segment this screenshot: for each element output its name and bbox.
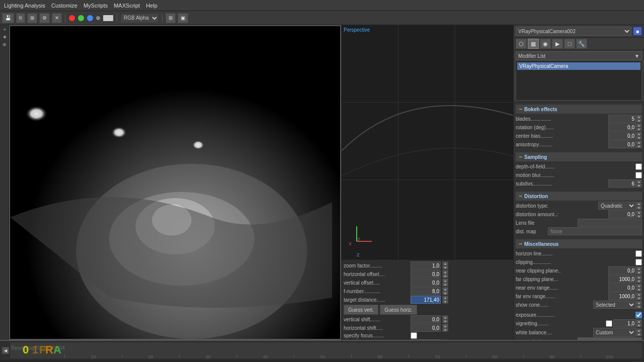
zoom-down[interactable]: ▼ [442, 265, 448, 269]
scone-up[interactable]: ▲ [636, 301, 642, 305]
aniso-down[interactable]: ▼ [636, 144, 642, 148]
damount-down[interactable]: ▼ [636, 214, 642, 218]
vert-shift-input[interactable] [411, 315, 441, 323]
tab-object[interactable]: ⬡ [516, 39, 527, 49]
vshift-down[interactable]: ▼ [442, 319, 448, 323]
tdist-up[interactable]: ▲ [442, 296, 448, 300]
horizon-check[interactable] [635, 250, 642, 257]
fclip-up[interactable]: ▲ [636, 275, 642, 279]
hshift-up[interactable]: ▲ [442, 324, 448, 328]
far-env-input[interactable] [608, 292, 636, 300]
fenv-up[interactable]: ▲ [636, 292, 642, 296]
dtype-up[interactable]: ▲ [636, 202, 642, 206]
paste-button[interactable]: ⊞ [27, 13, 37, 23]
rotation-input[interactable] [608, 123, 636, 131]
cbias-up[interactable]: ▲ [636, 132, 642, 136]
left-btn-1[interactable]: + [1, 27, 8, 32]
camera-color-button[interactable]: ■ [633, 27, 642, 36]
wb-up[interactable]: ▲ [636, 328, 642, 332]
tab-display[interactable]: □ [564, 39, 575, 49]
tab-modifier[interactable]: ▦ [528, 39, 539, 49]
exposure-check[interactable] [635, 312, 642, 318]
fit-button[interactable]: ⊞ [166, 13, 176, 23]
distortion-header[interactable]: − Distortion [516, 192, 642, 201]
vig-down[interactable]: ▼ [636, 323, 642, 327]
save-button[interactable]: 💾 [2, 13, 14, 23]
timeline-ruler[interactable]: 0 1 F R A 10 20 30 40 50 60 70 80 90 100 [10, 342, 642, 358]
rotation-up[interactable]: ▲ [636, 123, 642, 127]
fenv-down[interactable]: ▼ [636, 296, 642, 300]
red-color-circle[interactable] [68, 15, 75, 22]
green-color-circle[interactable] [77, 15, 85, 22]
horiz-offset-input[interactable] [411, 270, 441, 278]
menu-myscripts[interactable]: MyScripts [84, 3, 108, 9]
settings-button[interactable]: ⚙ [39, 13, 50, 23]
anisotropy-input[interactable] [608, 140, 636, 148]
menu-customize[interactable]: Customize [51, 3, 77, 9]
misc-header[interactable]: − Miscellaneous [516, 239, 642, 248]
channel-button[interactable]: ▣ [178, 13, 188, 23]
fnumber-down[interactable]: ▼ [442, 291, 448, 295]
aniso-up[interactable]: ▲ [636, 140, 642, 144]
menu-lighting[interactable]: Lighting Analysis [4, 3, 45, 9]
motion-blur-check[interactable] [635, 172, 642, 178]
near-clip-input[interactable] [608, 266, 636, 275]
scone-down[interactable]: ▼ [636, 305, 642, 309]
tab-hierarchy[interactable]: ◉ [540, 39, 551, 49]
vig-up[interactable]: ▲ [636, 319, 642, 323]
color-mode-select[interactable]: RGB Alpha [120, 13, 159, 23]
specify-focus-check[interactable] [411, 332, 417, 339]
white-balance-select[interactable]: Custom Daylight D65 [593, 328, 636, 337]
bokeh-header[interactable]: − Bokeh effects [516, 105, 642, 114]
damount-up[interactable]: ▲ [636, 210, 642, 214]
sampling-header[interactable]: − Sampling [516, 152, 642, 161]
hoffset-down[interactable]: ▼ [442, 274, 448, 278]
subdivs-up[interactable]: ▲ [636, 179, 642, 184]
rotation-down[interactable]: ▼ [636, 127, 642, 131]
copy-button[interactable]: ⎘ [16, 13, 25, 23]
guess-horiz-button[interactable]: Guess horiz. [380, 305, 417, 315]
voffset-up[interactable]: ▲ [442, 279, 448, 283]
cbias-down[interactable]: ▼ [636, 136, 642, 140]
modifier-item-vray[interactable]: VRayPhysicalCamera [517, 62, 640, 70]
subdivs-input[interactable] [608, 179, 636, 188]
fnumber-input[interactable] [411, 287, 441, 295]
vignetting-check[interactable] [606, 320, 612, 327]
timeline-prev[interactable]: ◀ [2, 347, 9, 354]
gray-color-circle[interactable] [96, 16, 101, 21]
white-rect[interactable] [103, 15, 114, 22]
nenv-down[interactable]: ▼ [636, 288, 642, 292]
dist-map-box[interactable]: None [548, 227, 642, 235]
vert-offset-input[interactable] [411, 279, 441, 287]
blades-down[interactable]: ▼ [636, 119, 642, 123]
menu-maxscript[interactable]: MAXScript [114, 3, 140, 9]
subdivs-down[interactable]: ▼ [636, 184, 642, 188]
modifier-list-header[interactable]: Modifier List ▼ [516, 51, 642, 60]
left-btn-2[interactable]: ◈ [1, 33, 8, 40]
dist-type-select[interactable]: Quadratic Cubic Lens File [598, 202, 636, 210]
center-bias-input[interactable] [608, 132, 636, 140]
nclip-down[interactable]: ▼ [636, 270, 642, 275]
wb-down[interactable]: ▼ [636, 332, 642, 336]
zoom-up[interactable]: ▲ [442, 261, 448, 265]
blades-input[interactable] [608, 115, 636, 123]
left-btn-3[interactable]: ⊕ [1, 42, 8, 48]
camera-select[interactable]: VRayPhysicalCamera002 [516, 27, 631, 36]
hshift-down[interactable]: ▼ [442, 328, 448, 332]
viewport-grid[interactable]: Perspective Z Z X [342, 25, 513, 259]
guess-vert-button[interactable]: Guess vert. [344, 305, 378, 315]
nenv-up[interactable]: ▲ [636, 284, 642, 288]
zoom-input[interactable] [411, 261, 441, 269]
tab-utility[interactable]: 🔧 [576, 39, 587, 49]
show-cone-select[interactable]: Selected All None [593, 301, 636, 309]
target-dist-input[interactable] [411, 296, 441, 304]
voffset-down[interactable]: ▼ [442, 283, 448, 287]
dof-check[interactable] [635, 163, 642, 170]
tdist-down[interactable]: ▼ [442, 300, 448, 304]
lens-file-input[interactable] [578, 219, 642, 227]
nclip-up[interactable]: ▲ [636, 266, 642, 270]
far-clip-input[interactable] [608, 275, 636, 283]
blue-color-circle[interactable] [87, 15, 94, 22]
near-env-input[interactable] [608, 284, 636, 292]
tab-motion[interactable]: ▶ [552, 39, 563, 49]
